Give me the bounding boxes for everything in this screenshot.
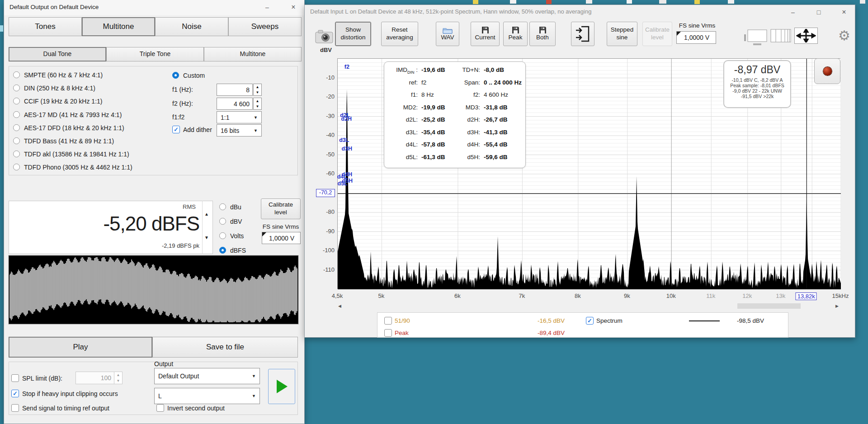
record-button[interactable] <box>814 58 840 84</box>
x-axis-tick: 13k <box>776 292 785 299</box>
single-view-icon[interactable] <box>744 29 768 49</box>
output-device-dropdown[interactable]: Default Output▼ <box>154 368 260 384</box>
calibrate-level-button[interactable]: Calibrate level <box>261 198 301 219</box>
add-dither-label: Add dither <box>183 126 212 133</box>
x-axis-tick: 9k <box>624 292 630 299</box>
tab-sweeps[interactable]: Sweeps <box>228 17 302 36</box>
measurement-row: f1:8 Hzf2:4 600 Hz <box>384 91 526 98</box>
measurement-row: ref:f2Span:0 .. 24 000 Hz <box>384 79 526 86</box>
legend-checkbox-5190[interactable] <box>384 317 392 325</box>
spinner-down-icon[interactable]: ▼ <box>256 104 259 108</box>
f2-input[interactable]: 4 600 <box>217 98 253 110</box>
timing-ref-checkbox[interactable] <box>11 404 19 412</box>
spl-limit-checkbox[interactable] <box>11 374 19 382</box>
unit-radio-dbv[interactable] <box>219 218 226 225</box>
generator-close-button[interactable]: × <box>286 2 301 13</box>
reset-averaging-button[interactable]: Reset averaging <box>381 22 418 46</box>
legend-label: Spectrum <box>596 317 623 324</box>
spinner-up-icon[interactable]: ▲ <box>117 373 120 377</box>
f2-spinner[interactable]: ▲▼ <box>253 98 262 110</box>
invert-output-checkbox[interactable] <box>156 404 164 412</box>
scroll-left-icon[interactable]: ◀ <box>338 304 341 308</box>
background-window-sliver <box>510 0 516 4</box>
background-window-sliver <box>694 0 700 4</box>
add-dither-checkbox[interactable] <box>172 126 180 133</box>
legend-checkbox-spectrum[interactable] <box>586 317 594 325</box>
y-axis-tick: -90 <box>314 228 335 235</box>
fs-sine-input[interactable]: 1,0000 V <box>676 31 716 44</box>
x-axis-tick: 7k <box>519 292 525 299</box>
fs-sine-label: FS sine Vrms <box>675 22 719 29</box>
save-icon <box>481 26 489 34</box>
level-up-button[interactable]: ▲ <box>204 212 209 217</box>
level-value[interactable]: -5,20 dBFS <box>22 212 199 235</box>
screenshot-camera-icon[interactable] <box>315 28 334 46</box>
analyzer-maximize-button[interactable]: □ <box>811 7 826 18</box>
x-axis-tick: 4,5k <box>332 292 343 299</box>
settings-gear-icon[interactable]: ⚙ <box>838 28 850 43</box>
custom-radio[interactable] <box>172 72 179 79</box>
fs-sine-input[interactable]: 1,0000 V <box>262 232 301 244</box>
rms-label: RMS <box>167 203 196 210</box>
dither-bits-dropdown[interactable]: 16 bits▼ <box>217 124 262 137</box>
x-axis-tick-cursor: 13,82k <box>796 292 817 300</box>
unit-radio-label: dBFS <box>230 247 246 254</box>
legend-label: Peak <box>395 330 409 336</box>
stop-clipping-checkbox[interactable] <box>11 390 19 397</box>
spinner-down-icon[interactable]: ▼ <box>117 379 120 383</box>
stepped-sine-button[interactable]: Stepped sine <box>607 22 637 46</box>
scroll-right-icon[interactable]: ▶ <box>835 304 839 308</box>
preset-radio[interactable] <box>13 137 20 144</box>
preset-label: AES-17 DFD (18 kHz & 20 kHz 1:1) <box>24 124 124 132</box>
invert-output-label: Invert second output <box>167 405 225 412</box>
save-to-file-tab[interactable]: Save to file <box>152 337 298 358</box>
legend-value: -16,5 dBV <box>527 317 565 324</box>
tab-multitone[interactable]: Multitone <box>82 17 155 36</box>
subtab-triple-tone[interactable]: Triple Tone <box>106 47 204 61</box>
subtab-multitone[interactable]: Multitone <box>204 47 302 61</box>
play-button[interactable] <box>268 369 295 404</box>
legend-value: -98,5 dBV <box>737 317 764 324</box>
f1-input[interactable]: 8 <box>217 84 253 96</box>
scrollbar-thumb[interactable] <box>737 303 801 309</box>
legend-checkbox-peak[interactable] <box>384 329 392 337</box>
save-icon <box>512 26 519 34</box>
spl-spinner[interactable]: ▲▼ <box>114 372 123 384</box>
y-axis-tick: -40 <box>314 132 335 138</box>
save-wav-button[interactable]: WAV <box>436 22 459 46</box>
background-window-sliver <box>546 0 552 4</box>
ratio-dropdown[interactable]: 1:1▼ <box>217 111 262 123</box>
tab-tones[interactable]: Tones <box>9 17 82 36</box>
level-down-button[interactable]: ▼ <box>204 235 209 240</box>
distortion-measurements-panel: IMDDIN :-19,6 dBTD+N:-8,0 dBref:f2Span:0… <box>384 61 526 168</box>
save-current-button[interactable]: Current <box>471 22 500 46</box>
unit-radio-volts[interactable] <box>219 232 226 239</box>
multi-column-view-icon[interactable] <box>770 29 791 44</box>
unit-radio-dbfs[interactable] <box>219 247 226 254</box>
preset-radio[interactable] <box>13 71 20 78</box>
spinner-up-icon[interactable]: ▲ <box>256 99 259 103</box>
preset-radio[interactable] <box>13 111 20 118</box>
f1-spinner[interactable]: ▲▼ <box>253 84 262 96</box>
preset-radio[interactable] <box>13 124 20 131</box>
tab-noise[interactable]: Noise <box>155 17 228 36</box>
show-distortion-button[interactable]: Show distortion <box>335 22 371 46</box>
save-both-button[interactable]: Both <box>529 22 556 46</box>
save-peak-button[interactable]: Peak <box>503 22 528 46</box>
output-channel-dropdown[interactable]: L▼ <box>154 388 260 404</box>
spinner-down-icon[interactable]: ▼ <box>256 90 259 94</box>
spl-limit-input[interactable]: 100 <box>75 372 114 384</box>
transfer-button[interactable] <box>571 22 594 46</box>
preset-label: CCIF (19 kHz & 20 kHz 1:1) <box>24 98 103 105</box>
spinner-up-icon[interactable]: ▲ <box>256 85 259 89</box>
generator-minimize-button[interactable]: – <box>259 2 275 13</box>
subtab-dual-tone[interactable]: Dual Tone <box>9 47 106 61</box>
analyzer-close-button[interactable]: × <box>836 7 852 18</box>
analyzer-minimize-button[interactable]: – <box>785 7 801 18</box>
pan-zoom-button[interactable] <box>794 28 818 44</box>
chevron-down-icon: ▼ <box>254 128 258 133</box>
plot-h-scrollbar[interactable]: ◀ ▶ <box>337 302 841 310</box>
play-tab[interactable]: Play <box>9 337 152 358</box>
unit-radio-dbu[interactable] <box>219 203 226 210</box>
measurement-row: d4L:-57,8 dBd4H:-55,4 dB <box>384 141 526 148</box>
